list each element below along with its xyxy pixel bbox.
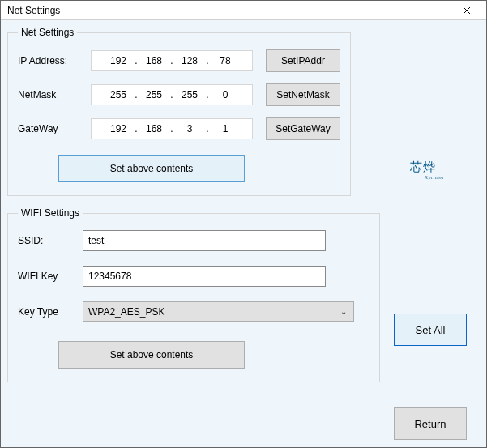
ip-row: IP Address: . . . SetIPAddr bbox=[18, 49, 340, 72]
ip-octet-3[interactable] bbox=[174, 54, 205, 67]
ssid-label: SSID: bbox=[18, 235, 83, 246]
net-set-above-button[interactable]: Set above contents bbox=[58, 155, 245, 182]
wifi-key-row: WIFI Key bbox=[18, 266, 370, 287]
close-button[interactable] bbox=[451, 2, 483, 19]
key-type-value: WPA2_AES_PSK bbox=[88, 306, 339, 318]
ssid-row: SSID: bbox=[18, 230, 370, 251]
key-type-row: Key Type WPA2_AES_PSK ⌄ bbox=[18, 301, 370, 322]
return-button[interactable]: Return bbox=[394, 407, 467, 440]
ip-label: IP Address: bbox=[18, 55, 91, 66]
gateway-input[interactable]: . . . bbox=[91, 118, 253, 139]
ssid-input[interactable] bbox=[83, 230, 326, 251]
wifi-settings-legend: WIFI Settings bbox=[18, 207, 83, 219]
ip-octet-2[interactable] bbox=[139, 54, 169, 67]
gw-octet-1[interactable] bbox=[103, 122, 134, 135]
mask-octet-1[interactable] bbox=[103, 88, 134, 101]
ip-octet-1[interactable] bbox=[103, 54, 134, 67]
mask-octet-2[interactable] bbox=[139, 88, 169, 101]
net-settings-legend: Net Settings bbox=[18, 27, 77, 38]
close-icon bbox=[463, 6, 471, 15]
brand-logo-cn: 芯烨 bbox=[410, 161, 444, 173]
netmask-label: NetMask bbox=[18, 89, 91, 100]
wifi-settings-group: WIFI Settings SSID: WIFI Key Key Type WP… bbox=[7, 207, 380, 382]
set-ip-button[interactable]: SetIPAddr bbox=[266, 49, 340, 72]
window: Net Settings Net Settings IP Address: . … bbox=[0, 0, 487, 448]
key-type-select[interactable]: WPA2_AES_PSK ⌄ bbox=[83, 301, 354, 322]
set-netmask-button[interactable]: SetNetMask bbox=[266, 83, 340, 106]
window-title: Net Settings bbox=[7, 5, 451, 16]
brand-logo-sub: Xprinter bbox=[410, 175, 444, 180]
key-type-label: Key Type bbox=[18, 306, 83, 318]
set-gateway-button[interactable]: SetGateWay bbox=[266, 117, 340, 140]
gw-octet-2[interactable] bbox=[139, 122, 169, 135]
netmask-row: NetMask . . . SetNetMask bbox=[18, 83, 340, 106]
ip-input[interactable]: . . . bbox=[91, 50, 253, 71]
ip-octet-4[interactable] bbox=[210, 54, 241, 67]
chevron-down-icon: ⌄ bbox=[339, 307, 348, 316]
wifi-key-input[interactable] bbox=[83, 266, 326, 287]
client-area: Net Settings IP Address: . . . SetIPAddr… bbox=[1, 20, 486, 447]
gateway-label: GateWay bbox=[18, 123, 91, 134]
gateway-row: GateWay . . . SetGateWay bbox=[18, 117, 340, 140]
titlebar: Net Settings bbox=[1, 1, 486, 20]
set-all-button[interactable]: Set All bbox=[394, 314, 467, 346]
netmask-input[interactable]: . . . bbox=[91, 84, 253, 105]
brand-logo: 芯烨 Xprinter bbox=[410, 161, 444, 189]
wifi-key-label: WIFI Key bbox=[18, 271, 83, 282]
net-settings-group: Net Settings IP Address: . . . SetIPAddr… bbox=[7, 27, 351, 196]
gw-octet-3[interactable] bbox=[174, 122, 205, 135]
gw-octet-4[interactable] bbox=[210, 122, 241, 135]
mask-octet-3[interactable] bbox=[174, 88, 205, 101]
wifi-set-above-button[interactable]: Set above contents bbox=[58, 341, 245, 369]
mask-octet-4[interactable] bbox=[210, 88, 241, 101]
